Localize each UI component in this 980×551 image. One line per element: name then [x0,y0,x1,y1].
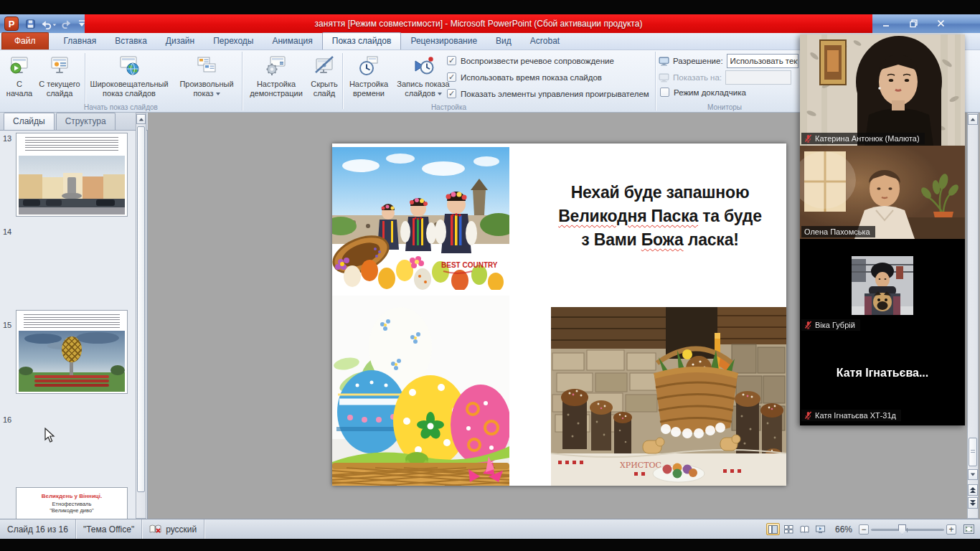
participant-tile-3[interactable]: Віка Губрій [800,239,965,332]
quick-access-toolbar [23,17,89,30]
restore-button[interactable] [903,17,924,30]
tab-view[interactable]: Вид [486,33,521,50]
tab-insert[interactable]: Вставка [105,33,156,50]
show-on-row: Показать на: [659,70,791,85]
screen-play-icon [8,54,31,77]
tab-outline[interactable]: Структура [56,113,116,130]
save-icon[interactable] [23,17,37,30]
checkbox-icon[interactable] [447,89,456,98]
tab-slideshow[interactable]: Показ слайдов [322,32,402,50]
next-slide-button[interactable] [968,497,978,509]
tab-animations[interactable]: Анимация [263,33,321,50]
redo-icon[interactable] [59,17,73,30]
tab-home[interactable]: Главная [55,33,106,50]
broadcast-slideshow-button[interactable]: Широковещательныйпоказ слайдов [87,52,171,109]
reading-view-button[interactable] [798,523,811,535]
monitor-icon [659,57,669,66]
video-call-window: Катерина Антонюк (Малюта) [800,34,965,425]
slide-sorter-view-button[interactable] [782,523,796,535]
minimize-button[interactable] [875,17,897,30]
checkbox-icon[interactable] [447,56,456,65]
record-slideshow-button[interactable]: Запись показаслайдов [395,52,451,109]
participant-video [800,146,965,239]
participant-name-label: Катерина Антонюк (Малюта) [801,133,925,144]
from-current-slide-button[interactable]: С текущегослайда [36,52,83,109]
participant-name-label: Катя Ігнатьєва ХТ-31д [801,410,901,421]
slide-canvas[interactable]: BEST COUNTRY Нехай буде запашною Великод… [332,143,786,486]
checkbox-play-narrations[interactable]: Воспроизвести речевое сопровождение [447,56,614,65]
rehearse-timings-button[interactable]: Настройкавремени [344,52,393,109]
slide-title-text[interactable]: Нехай буде запашною Великодня Паска та б… [542,181,778,252]
tab-transitions[interactable]: Переходы [204,33,263,50]
slide-counter: Слайд 16 из 16 [0,519,76,539]
participant-tile-2[interactable]: Олена Пахомська [800,146,965,239]
slides-panel-scrollbar[interactable] [136,113,146,519]
zoom-in-button[interactable]: + [946,524,956,534]
group-label: Начать показ слайдов [0,103,242,111]
scroll-up-icon[interactable] [136,114,146,124]
language-segment[interactable]: русский [142,519,204,539]
theme-name[interactable]: "Тема Office" [76,519,142,539]
from-beginning-button[interactable]: Сначала [3,52,36,109]
show-on-dropdown [725,70,791,85]
flower-pink [410,256,424,268]
close-icon[interactable] [930,17,951,30]
hide-slide-button[interactable]: Скрытьслайд [308,52,340,109]
setup-slideshow-button[interactable]: Настройкадемонстрации [245,52,307,109]
checkbox-presenter-view[interactable]: Режим докладчика [660,88,746,97]
spellcheck-icon [149,524,161,534]
participant-display-name: Катя Ігнатьєва... [800,367,965,380]
svg-text:ХРИСТОС: ХРИСТОС [620,461,661,470]
scrollbar-thumb[interactable] [137,126,145,492]
scroll-up-icon[interactable] [968,114,978,125]
checkbox-icon[interactable] [660,88,669,97]
screen-slide-icon [48,54,71,77]
setup-show-icon [265,54,288,77]
participant-tile-4[interactable]: Катя Ігнатьєва... Катя Ігнатьєва ХТ-31д [800,332,965,425]
editor-scrollbar[interactable] [967,113,979,519]
slide-thumbnail-13[interactable] [16,133,128,217]
zoom-percentage[interactable]: 66% [835,524,852,534]
window-controls [875,17,951,30]
participant-video [800,34,965,146]
tab-file[interactable]: Файл [1,32,49,50]
fit-to-window-button[interactable] [962,523,976,535]
muted-mic-icon [804,411,812,420]
tab-design[interactable]: Дизайн [156,33,204,50]
top-black-strip [0,0,980,14]
custom-slideshow-button[interactable]: Произвольныйпоказ [174,52,240,109]
participant-name-label: Олена Пахомська [801,226,875,237]
undo-icon[interactable] [39,17,57,30]
zoom-out-button[interactable]: − [859,524,869,534]
tab-acrobat[interactable]: Acrobat [521,33,569,50]
previous-slide-button[interactable] [968,484,978,496]
tab-review[interactable]: Рецензирование [401,33,486,50]
slide-photo-easter-baskets[interactable]: ХРИСТОС [551,307,786,486]
window-title: заняття [Режим совместимости] - Microsof… [85,14,872,33]
participant-tile-1[interactable]: Катерина Антонюк (Малюта) [800,34,965,146]
checkbox-show-media-controls[interactable]: Показать элементы управления проигрывате… [447,89,649,98]
slide-photo-eggs-basket[interactable] [332,296,509,486]
custom-show-icon [195,54,218,77]
scrollbar-thumb[interactable] [969,438,977,466]
zoom-slider[interactable] [871,524,944,534]
title-bar: P заняття [Режим совместимости] - Micros… [0,14,980,33]
slide-thumbnail-14[interactable] [16,310,128,394]
photo-watermark: BEST COUNTRY [441,261,498,269]
hide-slide-icon [313,54,336,77]
checkbox-use-timings[interactable]: Использовать время показа слайдов [447,72,602,82]
status-bar: Слайд 16 из 16 "Тема Office" русский 66%… [0,519,980,539]
bottom-black-strip [0,539,980,551]
tab-slides[interactable]: Слайды [4,113,55,130]
zoom-slider-thumb[interactable] [898,524,906,534]
slideshow-view-button[interactable] [814,523,827,535]
dropdown-caret-icon [216,93,220,95]
dropdown-caret-icon [438,93,442,95]
thumbnail-photo-town-square [19,156,125,215]
powerpoint-app-icon[interactable]: P [4,17,19,31]
resolution-dropdown[interactable]: Использовать теку [727,54,798,68]
normal-view-button[interactable] [766,523,780,535]
scroll-down-icon[interactable] [968,469,978,480]
slide-photo-folk-festival[interactable]: BEST COUNTRY [332,147,509,290]
checkbox-icon[interactable] [447,72,456,82]
